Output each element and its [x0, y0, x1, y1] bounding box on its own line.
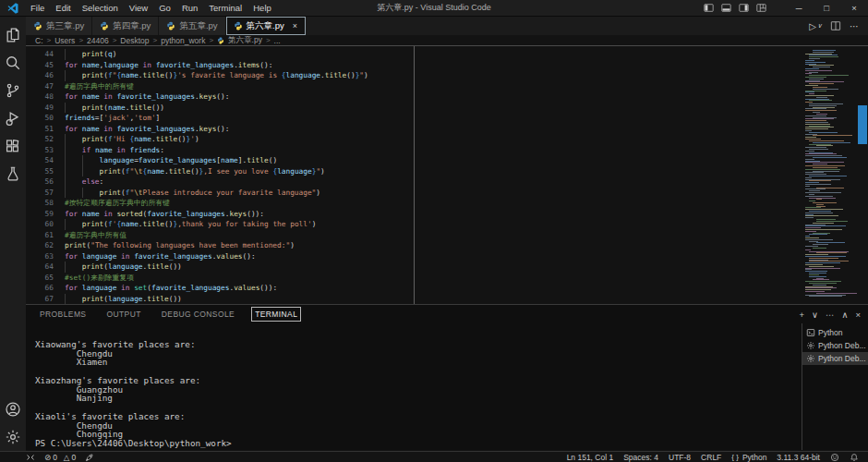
problems-status[interactable]: ⊘0 △0: [44, 453, 76, 462]
code-line[interactable]: 63for language in favorite_languages.val…: [26, 251, 868, 262]
line-number[interactable]: 47: [26, 81, 54, 92]
editor-tab[interactable]: 第五章.py: [159, 17, 225, 35]
account-icon[interactable]: [0, 395, 26, 423]
line-number[interactable]: 59: [26, 209, 54, 220]
more-editor-actions-icon[interactable]: ⋯: [850, 21, 859, 31]
minimap[interactable]: [804, 50, 856, 298]
line-number[interactable]: 44: [26, 49, 54, 60]
code-line[interactable]: 58#按特定顺序遍历字典中的所有键: [26, 198, 868, 209]
extensions-icon[interactable]: [0, 132, 26, 160]
menu-go[interactable]: Go: [153, 3, 176, 13]
breadcrumb-item[interactable]: python_work: [161, 36, 205, 45]
menu-file[interactable]: File: [25, 3, 50, 13]
status-cursor-position[interactable]: Ln 151, Col 1: [567, 453, 614, 462]
run-debug-icon[interactable]: [0, 104, 26, 132]
code-line[interactable]: 46 print(f"{name.title()}'s favarite lan…: [26, 70, 868, 81]
scrollbar-thumb[interactable]: [858, 105, 867, 144]
menu-edit[interactable]: Edit: [50, 3, 76, 13]
menu-view[interactable]: View: [124, 3, 153, 13]
explorer-icon[interactable]: [0, 21, 26, 49]
breadcrumb-item[interactable]: Desktop: [120, 36, 149, 45]
code-line[interactable]: 44 print(q): [26, 49, 868, 60]
line-number[interactable]: 53: [26, 145, 54, 156]
code-line[interactable]: 50friends=['jack','tom']: [26, 113, 868, 124]
menu-run[interactable]: Run: [176, 3, 203, 13]
run-python-file-button[interactable]: ▷∨: [809, 21, 822, 31]
line-number[interactable]: 46: [26, 70, 54, 81]
line-number[interactable]: 57: [26, 188, 54, 199]
editor-tab[interactable]: 第三章.py: [26, 17, 92, 35]
feedback-icon[interactable]: [830, 453, 839, 462]
editor-scrollbar[interactable]: [857, 46, 868, 304]
terminal-session-item[interactable]: Python: [802, 326, 868, 339]
maximize-panel-icon[interactable]: ∧: [841, 310, 848, 320]
panel-more-actions-icon[interactable]: ⋯: [826, 310, 835, 320]
notifications-bell-icon[interactable]: [850, 453, 859, 462]
code-line[interactable]: 54 language=favorite_languages[name].tit…: [26, 155, 868, 166]
line-number[interactable]: 48: [26, 91, 54, 103]
code-line[interactable]: 66for language in set(favorite_languages…: [26, 283, 868, 294]
panel-tab-problems[interactable]: PROBLEMS: [37, 308, 89, 321]
line-number[interactable]: 60: [26, 219, 54, 230]
vscode-logo-icon[interactable]: [0, 3, 25, 14]
code-line[interactable]: 48for name in favorite_languages.keys():: [26, 91, 868, 103]
editor-tab[interactable]: 第六章.py×: [226, 17, 306, 35]
code-line[interactable]: 49 print(name.title()): [26, 103, 868, 114]
minimize-button[interactable]: ─: [785, 3, 813, 13]
breadcrumb-item[interactable]: ...: [274, 36, 281, 45]
code-line[interactable]: 59for name in sorted(favorite_languages.…: [26, 209, 868, 220]
restore-button[interactable]: □: [813, 3, 840, 13]
status-encoding[interactable]: UTF-8: [669, 453, 691, 462]
code-line[interactable]: 60 print(f'{name.title()},thank you for …: [26, 219, 868, 230]
panel-tab-debug-console[interactable]: DEBUG CONSOLE: [159, 308, 237, 321]
status-python-interpreter[interactable]: 3.11.3 64-bit: [777, 453, 820, 462]
line-number[interactable]: 45: [26, 60, 54, 71]
line-number[interactable]: 58: [26, 198, 54, 209]
code-line[interactable]: 51for name in favorite_languages.keys():: [26, 124, 868, 135]
panel-tab-terminal[interactable]: TERMINAL: [252, 308, 300, 321]
toggle-sidebar-icon[interactable]: [704, 3, 714, 13]
line-number[interactable]: 62: [26, 240, 54, 251]
line-number[interactable]: 52: [26, 134, 54, 145]
terminal-output[interactable]: Xiaowang's favorite places are: Chengdu …: [26, 323, 802, 450]
terminal-profile-chevron-icon[interactable]: ∨: [812, 310, 818, 320]
status-eol[interactable]: CRLF: [701, 453, 721, 462]
status-language-mode[interactable]: { }Python: [731, 453, 766, 462]
code-line[interactable]: 61#遍历字典中所有值: [26, 230, 868, 241]
line-number[interactable]: 61: [26, 230, 54, 241]
remote-indicator-icon[interactable]: [26, 453, 35, 462]
breadcrumb-item[interactable]: C:: [35, 36, 43, 45]
source-control-icon[interactable]: [0, 77, 26, 104]
panel-tab-output[interactable]: OUTPUT: [103, 308, 143, 321]
testing-icon[interactable]: [0, 160, 26, 188]
menu-help[interactable]: Help: [247, 3, 277, 13]
code-area[interactable]: 44 print(q)45for name,language in favori…: [26, 46, 868, 304]
menu-terminal[interactable]: Terminal: [203, 3, 247, 13]
code-line[interactable]: 67 print(language.title()): [26, 294, 868, 305]
code-line[interactable]: 65#set()来剔除重复项: [26, 273, 868, 284]
line-number[interactable]: 67: [26, 294, 54, 305]
status-indentation[interactable]: Spaces: 4: [623, 453, 658, 462]
close-window-button[interactable]: ×: [840, 3, 868, 13]
editor-tab[interactable]: 第四章.py: [92, 17, 159, 35]
line-number[interactable]: 51: [26, 124, 54, 135]
line-number[interactable]: 66: [26, 283, 54, 294]
breadcrumb-item[interactable]: 24406: [87, 36, 109, 45]
split-editor-icon[interactable]: [830, 20, 841, 31]
line-number[interactable]: 55: [26, 166, 54, 177]
customize-layout-icon[interactable]: [756, 3, 766, 13]
settings-gear-icon[interactable]: [0, 423, 26, 451]
new-terminal-icon[interactable]: +: [799, 310, 804, 320]
close-tab-icon[interactable]: ×: [293, 21, 297, 30]
line-number[interactable]: 63: [26, 251, 54, 262]
line-number[interactable]: 64: [26, 261, 54, 273]
code-line[interactable]: 52 print(f'Hi {name.title()}'): [26, 134, 868, 145]
terminal-session-item[interactable]: Python Deb...: [802, 352, 868, 365]
menu-selection[interactable]: Selection: [77, 3, 124, 13]
close-panel-icon[interactable]: ×: [855, 310, 861, 320]
search-icon[interactable]: [0, 49, 26, 77]
code-line[interactable]: 56 else:: [26, 176, 868, 188]
line-number[interactable]: 65: [26, 273, 54, 284]
code-line[interactable]: 45for name,language in favorite_language…: [26, 60, 868, 71]
breadcrumb-item[interactable]: Users: [54, 36, 75, 45]
